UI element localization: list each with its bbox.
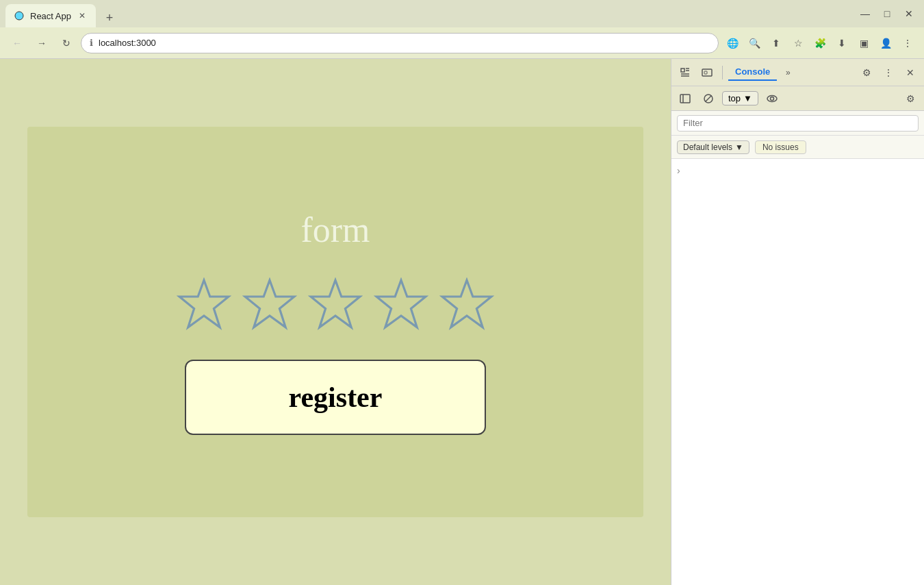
svg-rect-12	[704, 71, 707, 74]
devtools-more-tabs[interactable]: »	[780, 64, 796, 81]
bookmark-icon[interactable]: ☆	[788, 34, 808, 53]
star-4[interactable]	[374, 277, 428, 332]
devtools-filter-input[interactable]	[677, 115, 919, 132]
maximize-button[interactable]: □	[877, 4, 897, 23]
translate-icon[interactable]: 🌐	[723, 34, 742, 53]
devtools-close-icon[interactable]: ✕	[901, 63, 920, 82]
window-controls: — □ ✕	[856, 4, 919, 23]
devtools-no-issues-badge: No issues	[755, 140, 806, 154]
devtools-toolbar: Console » ⚙ ⋮ ✕	[671, 59, 924, 86]
svg-marker-3	[311, 280, 360, 327]
devtools-more-menu[interactable]: ⋮	[879, 63, 898, 82]
devtools-inspect-icon[interactable]	[676, 63, 695, 82]
toolbar-icons: 🌐 🔍 ⬆ ☆ 🧩 ⬇ ▣ 👤 ⋮	[723, 34, 917, 53]
active-tab[interactable]: React App ✕	[5, 4, 96, 27]
devtools-default-levels[interactable]: Default levels ▼	[677, 140, 749, 154]
address-bar[interactable]: ℹ localhost:3000	[81, 33, 719, 53]
devtools-sidebar-toggle[interactable]	[676, 89, 695, 108]
devtools-device-icon[interactable]	[697, 63, 717, 82]
svg-marker-2	[245, 280, 294, 327]
star-2[interactable]	[242, 277, 297, 332]
minimize-button[interactable]: —	[856, 4, 875, 23]
svg-line-16	[706, 95, 712, 101]
devtools-top-chevron: ▼	[743, 93, 752, 103]
extensions-icon[interactable]: 🧩	[810, 34, 830, 53]
devtools-right-icons: ⚙ ⋮ ✕	[857, 63, 920, 82]
security-icon: ℹ	[90, 38, 93, 48]
forward-button[interactable]: →	[31, 33, 52, 53]
devtools-console-arrow[interactable]: ›	[677, 165, 680, 176]
tab-close-button[interactable]: ✕	[77, 10, 88, 21]
svg-marker-4	[376, 280, 426, 327]
new-tab-button[interactable]: +	[100, 8, 119, 27]
svg-point-18	[770, 97, 773, 100]
tab-title: React App	[30, 11, 71, 21]
svg-rect-13	[680, 95, 690, 103]
svg-marker-5	[442, 280, 491, 327]
devtools-console-settings[interactable]: ⚙	[901, 89, 920, 108]
default-levels-label: Default levels	[683, 142, 732, 152]
main-area: form	[0, 59, 924, 585]
devtools-console-content: ›	[671, 159, 924, 585]
svg-rect-6	[681, 69, 684, 72]
refresh-button[interactable]: ↻	[56, 33, 77, 53]
browser-toolbar: ← → ↻ ℹ localhost:3000 🌐 🔍 ⬆ ☆ 🧩 ⬇ ▣ 👤 ⋮	[0, 27, 924, 59]
devtools-top-label: top	[728, 93, 741, 103]
app-container: form	[27, 127, 643, 517]
share-icon[interactable]: ⬆	[767, 34, 786, 53]
svg-point-0	[15, 12, 23, 20]
browser-window: React App ✕ + — □ ✕ ← → ↻ ℹ localhost:30…	[0, 0, 924, 585]
devtools-secondary-toolbar: top ▼ ⚙	[671, 86, 924, 111]
url-text: localhost:3000	[99, 38, 156, 48]
devtools-separator	[722, 66, 723, 79]
download-icon[interactable]: ⬇	[832, 34, 851, 53]
star-1[interactable]	[177, 277, 231, 332]
stars-rating	[177, 277, 494, 332]
star-5[interactable]	[439, 277, 494, 332]
devtools-ban-icon[interactable]	[699, 89, 718, 108]
levels-chevron-icon: ▼	[735, 142, 743, 152]
tab-bar: React App ✕ +	[5, 0, 119, 27]
devtools-panel: Console » ⚙ ⋮ ✕	[671, 59, 924, 585]
form-title: form	[300, 210, 370, 250]
page-content: form	[0, 59, 671, 585]
devtools-console-tab[interactable]: Console	[728, 64, 777, 81]
browser-menu-icon[interactable]: ⋮	[898, 34, 917, 53]
star-3[interactable]	[308, 277, 363, 332]
devtools-settings-icon[interactable]: ⚙	[857, 63, 876, 82]
close-button[interactable]: ✕	[899, 4, 919, 23]
zoom-icon[interactable]: 🔍	[745, 34, 764, 53]
register-button[interactable]: register	[185, 360, 486, 435]
svg-marker-1	[179, 280, 229, 327]
devtools-filter-bar	[671, 111, 924, 136]
title-bar: React App ✕ + — □ ✕	[0, 0, 924, 27]
devtools-levels-bar: Default levels ▼ No issues	[671, 136, 924, 159]
devtools-top-selector[interactable]: top ▼	[722, 91, 758, 105]
tab-favicon	[14, 10, 25, 21]
devtools-eye-icon[interactable]	[762, 89, 782, 108]
sidebar-icon[interactable]: ▣	[854, 34, 873, 53]
profile-icon[interactable]: 👤	[876, 34, 895, 53]
back-button[interactable]: ←	[7, 33, 27, 53]
